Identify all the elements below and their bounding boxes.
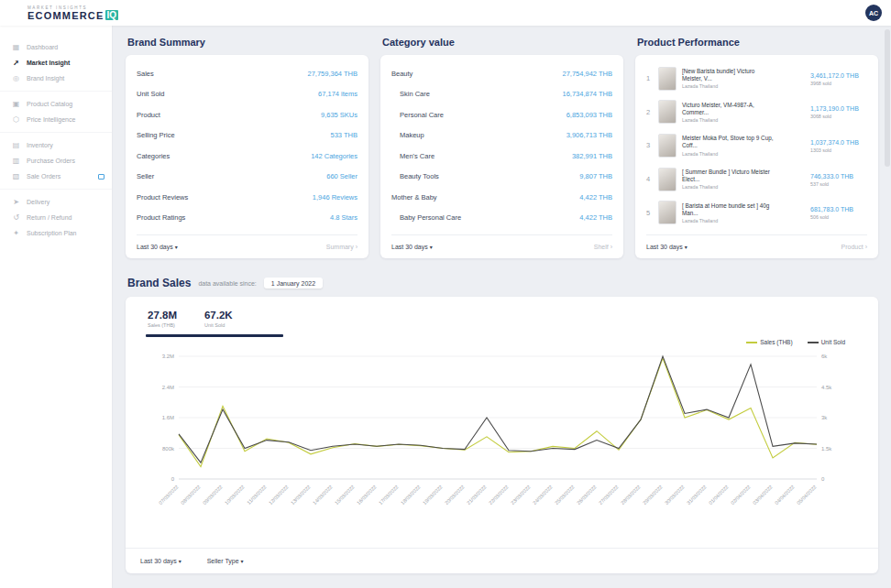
product-period-filter[interactable]: Last 30 days ▾ bbox=[646, 244, 688, 250]
svg-text:02/04/2022: 02/04/2022 bbox=[730, 484, 752, 506]
category-row-value: 6,853,093 THB bbox=[566, 111, 612, 119]
product-link[interactable]: Product › bbox=[842, 244, 867, 250]
tab-unit-sold[interactable]: 67.2KUnit Sold bbox=[204, 310, 233, 328]
product-row[interactable]: 1[New Barista bundle] Victuro Meister, V… bbox=[646, 67, 867, 91]
product-rank: 1 bbox=[646, 74, 653, 82]
svg-text:4.5k: 4.5k bbox=[821, 385, 832, 390]
summary-row-label: Product bbox=[137, 111, 160, 119]
product-row[interactable]: 4[ Summer Bundle ] Victuro Meister Elect… bbox=[646, 168, 867, 191]
category-row-value: 4,422 THB bbox=[579, 193, 612, 201]
chart-period-filter[interactable]: Last 30 days ▾ bbox=[140, 558, 182, 564]
product-catalog-icon: ▣ bbox=[12, 100, 20, 108]
product-sales-value: 3,461,172.0 THB bbox=[810, 71, 867, 80]
brand-sales-chart: 00800k1.5k1.6M3k2.4M4.5k3.2M6k07/03/2022… bbox=[140, 347, 864, 528]
sidebar-item-market-insight[interactable]: ➚Market Insight bbox=[0, 55, 112, 71]
svg-text:27/03/2022: 27/03/2022 bbox=[598, 484, 620, 506]
category-row-value: 3,906,713 THB bbox=[566, 131, 612, 139]
sidebar-item-delivery[interactable]: ➤Delivery bbox=[0, 194, 112, 210]
sidebar-group: ▤Inventory▥Purchase Orders▧Sale Orders bbox=[0, 132, 112, 189]
svg-text:30/03/2022: 30/03/2022 bbox=[664, 484, 686, 506]
summary-row-value: 660 Seller bbox=[326, 172, 358, 180]
product-info: [New Barista bundle] Victuro Meister, V.… bbox=[682, 68, 776, 89]
product-name: [ Barista at Home bundle set ] 40g Man..… bbox=[682, 202, 776, 217]
sidebar-item-price-intelligence[interactable]: ⬡Price Intelligence bbox=[0, 112, 112, 127]
return-refund-icon: ↺ bbox=[12, 213, 20, 222]
summary-link[interactable]: Summary › bbox=[326, 244, 358, 250]
sale-orders-icon: ▧ bbox=[12, 172, 20, 180]
scrollbar[interactable] bbox=[885, 29, 890, 584]
svg-text:15/03/2022: 15/03/2022 bbox=[334, 484, 356, 506]
brand-sales-tabs: 27.8MSales (THB)67.2KUnit Sold bbox=[140, 306, 240, 328]
tab-active-indicator bbox=[146, 334, 283, 337]
shelf-link[interactable]: Shelf › bbox=[594, 244, 612, 250]
product-sales-value: 1,037,374.0 THB bbox=[810, 138, 867, 147]
svg-text:09/03/2022: 09/03/2022 bbox=[202, 484, 224, 506]
product-row[interactable]: 2Victuro Meister, VM-4987-A, Commer...La… bbox=[646, 100, 867, 124]
summary-row-label: Sales bbox=[137, 70, 154, 78]
sidebar: ▦Dashboard➚Market Insight◎Brand Insight▣… bbox=[0, 26, 113, 588]
scrollbar-thumb[interactable] bbox=[885, 29, 890, 167]
series-sales-thb- bbox=[179, 358, 817, 467]
product-metrics: 746,333.0 THB537 sold bbox=[810, 172, 867, 187]
sidebar-item-brand-insight[interactable]: ◎Brand Insight bbox=[0, 71, 112, 86]
category-row-value: 16,734,874 THB bbox=[563, 90, 613, 98]
summary-row-value: 4.8 Stars bbox=[330, 213, 358, 222]
chevron-down-icon: ▾ bbox=[241, 559, 244, 564]
sidebar-item-subscription-plan[interactable]: ✦Subscription Plan bbox=[0, 225, 112, 241]
summary-row-value: 9,635 SKUs bbox=[321, 111, 358, 119]
category-period-filter[interactable]: Last 30 days ▾ bbox=[391, 244, 433, 250]
brand-sales-title: Brand Sales bbox=[127, 277, 191, 289]
summary-row: Seller660 Seller bbox=[137, 172, 358, 180]
product-metrics: 3,461,172.0 THB3968 sold bbox=[810, 71, 867, 86]
summary-row: Sales27,759,364 THB bbox=[137, 70, 358, 78]
avatar[interactable]: AC bbox=[865, 5, 882, 21]
svg-text:07/03/2022: 07/03/2022 bbox=[158, 484, 180, 506]
product-performance-card: 1[New Barista bundle] Victuro Meister, V… bbox=[635, 55, 878, 258]
category-row: Personal Care6,853,093 THB bbox=[391, 111, 612, 119]
product-rank: 4 bbox=[646, 175, 653, 183]
legend-swatch bbox=[746, 342, 757, 343]
seller-type-filter[interactable]: Seller Type ▾ bbox=[207, 558, 244, 564]
sidebar-group: ➤Delivery↺Return / Refund✦Subscription P… bbox=[0, 189, 112, 245]
product-performance-footer: Last 30 days ▾ Product › bbox=[646, 234, 867, 258]
brand-summary-card: Sales27,759,364 THBUnit Sold67,174 items… bbox=[126, 55, 368, 258]
new-badge bbox=[98, 174, 104, 180]
legend-item: Sales (THB) bbox=[746, 339, 792, 345]
sidebar-item-sale-orders[interactable]: ▧Sale Orders bbox=[0, 169, 112, 184]
svg-text:04/04/2022: 04/04/2022 bbox=[774, 484, 796, 506]
sidebar-item-label: Inventory bbox=[27, 142, 53, 148]
product-sales-value: 1,173,190.0 THB bbox=[810, 104, 867, 113]
product-name: Victuro Meister, VM-4987-A, Commer... bbox=[682, 102, 776, 116]
sidebar-item-return-refund[interactable]: ↺Return / Refund bbox=[0, 210, 112, 225]
product-name: [ Summer Bundle ] Victuro Meister Elect.… bbox=[682, 169, 776, 183]
product-sold-count: 3968 sold bbox=[810, 81, 867, 86]
chevron-down-icon: ▾ bbox=[179, 559, 182, 564]
category-row: Skin Care16,734,874 THB bbox=[391, 90, 612, 98]
summary-row-value: 67,174 items bbox=[318, 90, 358, 98]
sidebar-item-product-catalog[interactable]: ▣Product Catalog bbox=[0, 96, 112, 112]
sidebar-item-inventory[interactable]: ▤Inventory bbox=[0, 137, 112, 153]
sidebar-item-purchase-orders[interactable]: ▥Purchase Orders bbox=[0, 153, 112, 169]
product-row[interactable]: 3Meister Moka Pot, Stove top 9 Cup, Coff… bbox=[646, 134, 867, 158]
tab-value: 27.8M bbox=[148, 310, 177, 321]
summary-row: Product Reviews1,946 Reviews bbox=[137, 193, 358, 201]
legend-label: Sales (THB) bbox=[760, 339, 792, 345]
product-store: Lazada Thailand bbox=[682, 117, 776, 123]
tab-sales-thb-[interactable]: 27.8MSales (THB) bbox=[148, 310, 177, 328]
category-row-value: 4,422 THB bbox=[579, 213, 612, 222]
purchase-orders-icon: ▥ bbox=[12, 157, 20, 165]
svg-text:29/03/2022: 29/03/2022 bbox=[642, 484, 664, 506]
summary-row: Categories142 Categories bbox=[137, 152, 358, 160]
product-rank: 5 bbox=[646, 209, 653, 217]
product-row[interactable]: 5[ Barista at Home bundle set ] 40g Man.… bbox=[646, 201, 867, 224]
svg-text:6k: 6k bbox=[821, 354, 828, 359]
product-thumbnail bbox=[658, 67, 676, 91]
svg-text:21/03/2022: 21/03/2022 bbox=[466, 484, 488, 506]
main-content: Brand Summary Sales27,759,364 THBUnit So… bbox=[113, 26, 891, 588]
sidebar-item-dashboard[interactable]: ▦Dashboard bbox=[0, 39, 112, 55]
brand-sales-footer: Last 30 days ▾ Seller Type ▾ bbox=[126, 548, 878, 573]
brand-insight-icon: ◎ bbox=[12, 74, 20, 82]
category-value-title: Category value bbox=[382, 37, 623, 48]
summary-period-filter[interactable]: Last 30 days ▾ bbox=[137, 244, 178, 250]
sidebar-item-label: Price Intelligence bbox=[27, 116, 75, 123]
